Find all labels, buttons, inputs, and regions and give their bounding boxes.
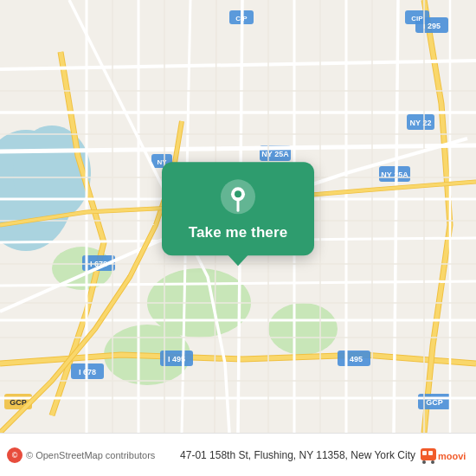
- svg-text:CIP: CIP: [411, 15, 423, 23]
- navigation-card[interactable]: Take me there: [162, 162, 314, 255]
- svg-text:NY 25A: NY 25A: [261, 150, 289, 158]
- svg-point-6: [268, 303, 338, 355]
- svg-rect-69: [428, 451, 433, 455]
- osm-logo: ©: [7, 447, 23, 463]
- take-me-there-label: Take me there: [189, 224, 287, 241]
- osm-credit: © OpenStreetMap contributors: [26, 450, 155, 460]
- svg-point-70: [422, 460, 426, 464]
- svg-point-66: [235, 190, 241, 197]
- osm-logo-letter: ©: [12, 451, 18, 460]
- address-text: 47-01 158th St, Flushing, NY 11358, New …: [180, 449, 415, 461]
- svg-point-71: [431, 460, 434, 464]
- svg-rect-68: [422, 451, 427, 455]
- map-container: I 678 I 678 I 495 I 495 I 295 GCP NY 25A…: [0, 0, 476, 433]
- svg-text:moovit: moovit: [438, 451, 466, 461]
- svg-text:NY 22: NY 22: [410, 119, 432, 127]
- location-pin-icon: [219, 177, 257, 215]
- svg-text:I 495: I 495: [345, 355, 363, 363]
- moovit-logo: moovit: [421, 445, 466, 466]
- footer-right: 47-01 158th St, Flushing, NY 11358, New …: [180, 445, 466, 466]
- footer-left: © © OpenStreetMap contributors: [7, 447, 155, 463]
- footer: © © OpenStreetMap contributors 47-01 158…: [0, 433, 476, 476]
- svg-point-2: [13, 125, 91, 221]
